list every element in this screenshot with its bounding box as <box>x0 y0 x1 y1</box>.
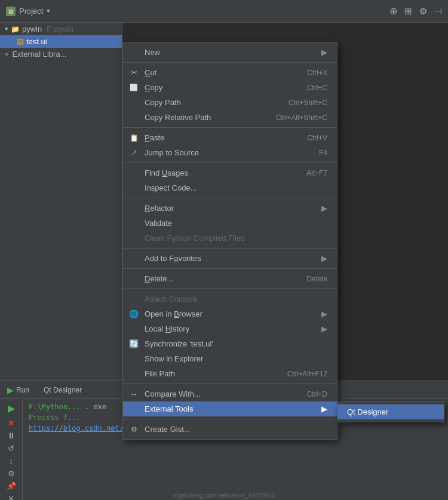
menu-copy-path-label: Copy Path <box>145 98 289 107</box>
menu-item-clean: Clean Python Compiled Files <box>123 231 337 246</box>
tree-file-item[interactable]: 🖼 test.ui <box>0 35 122 48</box>
favorites-arrow: ▶ <box>321 254 327 263</box>
menu-sync-label: Synchronize 'test.ui' <box>145 339 327 348</box>
close-btn[interactable]: ✕ <box>4 494 19 500</box>
pin-icon[interactable]: ⊣ <box>434 6 442 17</box>
menu-item-delete[interactable]: Delete... Delete <box>123 271 337 286</box>
menu-item-show-explorer[interactable]: Show in Explorer <box>123 351 337 366</box>
tab-run-label: Run <box>16 386 29 394</box>
menu-item-new[interactable]: New ▶ <box>123 45 337 60</box>
menu-explorer-label: Show in Explorer <box>145 354 327 363</box>
menu-item-inspect[interactable]: Inspect Code... <box>123 180 337 195</box>
gist-icon: ⚙ <box>128 425 140 434</box>
menu-item-synchronize[interactable]: 🔄 Synchronize 'test.ui' <box>123 336 337 351</box>
refactor-arrow: ▶ <box>321 204 327 213</box>
menu-cut-label: Cut <box>145 68 307 77</box>
menu-item-validate[interactable]: Validate <box>123 216 337 231</box>
menu-clean-label: Clean Python Compiled Files <box>145 234 327 243</box>
tab-qt-designer[interactable]: Qt Designer <box>41 386 84 394</box>
menu-item-copy[interactable]: ⬜ Copy Ctrl+C <box>123 80 337 95</box>
run-path: F:\Python... <box>29 403 81 411</box>
root-label: pywin <box>22 24 42 33</box>
separator-2 <box>123 127 337 128</box>
paste-icon: 📋 <box>128 134 140 142</box>
menu-item-open-browser[interactable]: 🌐 Open in Browser ▶ <box>123 306 337 321</box>
pause-btn[interactable]: ⏸ <box>4 431 19 440</box>
menu-item-file-path[interactable]: File Path Ctrl+Alt+F12 <box>123 366 337 381</box>
separator-9 <box>123 419 337 419</box>
new-arrow: ▶ <box>321 48 327 57</box>
qt-designer-label: Qt Designer <box>44 386 82 394</box>
menu-item-external-tools[interactable]: External Tools ▶ Qt Designer <box>123 401 337 416</box>
menu-item-cut[interactable]: ✂ Cut Ctrl+X <box>123 65 337 80</box>
menu-item-find-usages[interactable]: Find Usages Alt+F7 <box>123 165 337 180</box>
menu-compare-label: Compare With... <box>145 389 307 398</box>
bottom-toolbar: ▶ ■ ⏸ ↺ ↕ ⚙ 📌 ✕ <box>0 399 23 500</box>
menu-item-copy-relative-path[interactable]: Copy Relative Path Ctrl+Alt+Shift+C <box>123 110 337 125</box>
copy-icon: ⬜ <box>128 84 140 91</box>
menu-item-favorites[interactable]: Add to Favorites ▶ <box>123 251 337 266</box>
menu-filepath-label: File Path <box>145 369 287 378</box>
folder-icon: 📁 <box>11 25 20 33</box>
title-bar-left: ▤ Project ▾ <box>6 7 50 16</box>
settings-btn[interactable]: ⚙ <box>4 469 19 478</box>
menu-copy-relative-label: Copy Relative Path <box>145 113 276 122</box>
jump-shortcut: F4 <box>319 149 327 157</box>
title-bar-icons: ⊕ ⊞ ⚙ ⊣ <box>389 5 442 17</box>
tab-run[interactable]: ▶ Run <box>5 385 32 395</box>
separator-5 <box>123 248 337 249</box>
layout-icon[interactable]: ⊞ <box>404 6 412 17</box>
menu-delete-label: Delete... <box>145 274 306 283</box>
menu-new-label: New <box>145 48 321 57</box>
separator-6 <box>123 268 337 269</box>
compare-shortcut: Ctrl+D <box>307 390 327 398</box>
menu-item-copy-path[interactable]: Copy Path Ctrl+Shift+C <box>123 95 337 110</box>
globe-icon[interactable]: ⊕ <box>389 5 397 17</box>
find-shortcut: Alt+F7 <box>306 169 327 177</box>
menu-item-local-history[interactable]: Local History ▶ <box>123 321 337 336</box>
menu-inspect-label: Inspect Code... <box>145 183 327 192</box>
context-menu: New ▶ ✂ Cut Ctrl+X ⬜ Copy Ctrl+C Copy Pa… <box>122 42 337 440</box>
sync-icon: 🔄 <box>128 339 140 348</box>
title-bar: ▤ Project ▾ ⊕ ⊞ ⚙ ⊣ <box>0 0 448 23</box>
root-path: F:\pywin <box>47 25 73 33</box>
delete-shortcut: Delete <box>306 275 327 283</box>
menu-item-refactor[interactable]: Refactor ▶ <box>123 201 337 216</box>
separator-3 <box>123 162 337 163</box>
separator-7 <box>123 289 337 289</box>
expand-icon: ▾ <box>5 25 8 33</box>
dropdown-arrow[interactable]: ▾ <box>47 7 50 15</box>
tree-external-lib[interactable]: ≡ External Libra... <box>0 48 122 60</box>
menu-history-label: Local History <box>145 324 321 333</box>
menu-find-label: Find Usages <box>145 168 306 177</box>
menu-item-compare[interactable]: ↔ Compare With... Ctrl+D <box>123 386 337 401</box>
run-suffix: . exe <box>85 403 106 411</box>
menu-item-paste[interactable]: 📋 Paste Ctrl+V <box>123 130 337 145</box>
menu-refactor-label: Refactor <box>145 204 321 213</box>
scroll-btn[interactable]: ↕ <box>4 456 19 465</box>
browser-arrow: ▶ <box>321 309 327 318</box>
menu-item-jump-source[interactable]: ↗ Jump to Source F4 <box>123 145 337 160</box>
menu-favorites-label: Add to Favorites <box>145 254 321 263</box>
external-tools-submenu: Qt Designer <box>337 401 444 422</box>
jump-icon: ↗ <box>128 148 140 157</box>
file-icon: 🖼 <box>17 38 24 46</box>
run-icon: ▶ <box>7 385 14 395</box>
menu-item-create-gist[interactable]: ⚙ Create Gist... <box>123 422 337 437</box>
run-btn[interactable]: ▶ <box>4 403 19 414</box>
pin-btn[interactable]: 📌 <box>4 481 19 490</box>
browser-icon: 🌐 <box>128 309 140 318</box>
compare-icon: ↔ <box>128 389 140 398</box>
cut-shortcut: Ctrl+X <box>307 69 327 77</box>
settings-icon[interactable]: ⚙ <box>419 6 427 17</box>
stop-btn[interactable]: ■ <box>4 418 19 427</box>
file-label: test.ui <box>26 37 47 46</box>
history-arrow: ▶ <box>321 324 327 333</box>
project-icon: ▤ <box>6 7 16 16</box>
separator-1 <box>123 62 337 63</box>
tree-root[interactable]: ▾ 📁 pywin F:\pywin <box>0 23 122 35</box>
rerun-btn[interactable]: ↺ <box>4 444 19 453</box>
process-label: Process f... <box>29 413 81 422</box>
cut-icon: ✂ <box>128 68 140 77</box>
submenu-qt-designer[interactable]: Qt Designer <box>337 404 444 419</box>
